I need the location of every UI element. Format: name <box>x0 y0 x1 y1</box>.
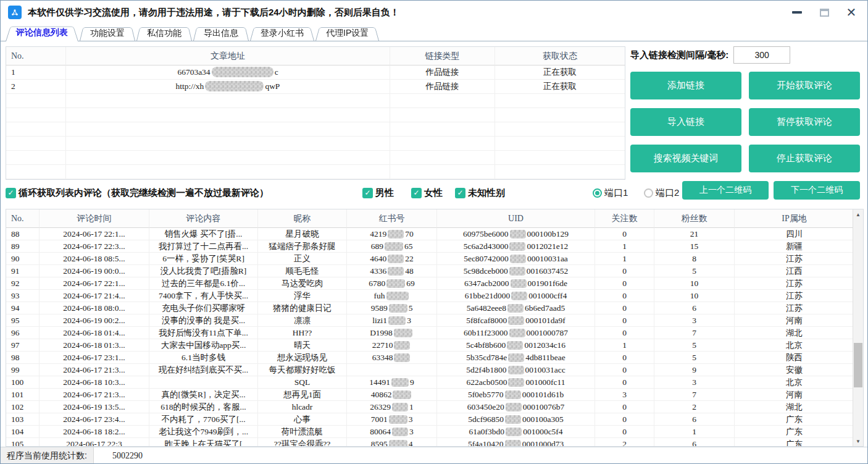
prev-qrcode-button[interactable]: 上一个二维码 <box>682 181 769 200</box>
comment-table-row[interactable]: 102 2024-06-19 13:5... 618的时候买的，客服... hl… <box>6 401 854 413</box>
gender-male-checkbox[interactable]: ✓ 男性 <box>362 183 394 202</box>
link-cell-url: 66703a34c <box>66 65 390 80</box>
cell-time: 2024-06-17 23:1... <box>40 352 149 364</box>
cell-ip: 湖北 <box>735 401 854 413</box>
link-cell-type <box>390 122 495 137</box>
cell-nick: 晴天 <box>258 339 347 352</box>
tab-comment-list[interactable]: 评论信息列表 <box>6 24 78 41</box>
censored-blur <box>509 242 525 251</box>
port1-radio[interactable]: 端口1 <box>593 183 628 202</box>
gender-unknown-checkbox[interactable]: ✓ 未知性别 <box>455 183 505 202</box>
cell-nick: 每天都耀好好吃饭 <box>258 364 347 376</box>
comment-col-content[interactable]: 评论内容 <box>149 209 258 228</box>
port1-label: 端口1 <box>604 187 628 199</box>
tab-function-settings[interactable]: 功能设置 <box>80 25 135 41</box>
comment-col-redid[interactable]: 红书号 <box>347 209 437 228</box>
loop-fetch-label: 循环获取列表内评论（获取完继续检测一遍不放过最新评论） <box>19 187 269 199</box>
link-table-row[interactable] <box>6 94 625 108</box>
comment-table-row[interactable]: 90 2024-06-18 08:5... 6一样，妥协了[笑哭R] 正义 46… <box>6 253 854 265</box>
maximize-button[interactable] <box>818 6 830 19</box>
cell-uid: 5d2f4b18000010031acc <box>437 364 595 376</box>
cell-time: 2024-06-17 22:1... <box>40 228 149 240</box>
cell-content: 6.1当时多钱 <box>149 352 258 364</box>
comment-table-row[interactable]: 98 2024-06-17 23:1... 6.1当时多钱 想永远现场见 633… <box>6 352 854 364</box>
comment-table-row[interactable]: 99 2024-06-17 21:3... 现在好纠结到底买不买... 每天都耀… <box>6 364 854 376</box>
comment-table-row[interactable]: 91 2024-06-19 00:0... 没人比我贵了吧[捂脸R] 顺毛毛怪 … <box>6 265 854 277</box>
comment-table-row[interactable]: 103 2024-06-17 23:4... 不内耗了，7706买了[... 心… <box>6 413 854 426</box>
port2-label: 端口2 <box>656 187 679 199</box>
comment-table-row[interactable]: 92 2024-06-17 22:1... 过去的三年都是6.1价... 马达爱… <box>6 277 854 290</box>
comment-col-follow[interactable]: 关注数 <box>595 209 654 228</box>
search-keyword-button[interactable]: 搜索视频关键词 <box>630 145 741 172</box>
tab-login-xiaohongshu[interactable]: 登录小红书 <box>250 25 314 41</box>
cell-uid: 5c98dceb0000016037452 <box>437 265 595 277</box>
comment-col-nick[interactable]: 昵称 <box>258 209 347 228</box>
link-table-row[interactable] <box>6 151 625 165</box>
comment-table-row[interactable]: 93 2024-06-17 21:4... 7400拿下，有人手快买... 浮华… <box>6 290 854 302</box>
link-table-row[interactable]: 1 66703a34c 作品链接 正在获取 <box>6 65 625 80</box>
censored-blur <box>508 378 524 387</box>
cell-redid: 68965 <box>347 240 437 253</box>
gender-female-checkbox[interactable]: ✓ 女性 <box>411 183 443 202</box>
comment-table-row[interactable]: 105 2024-06-17 22:3 昨天晚上在天猫买了[ ??琪宝会很乖??… <box>6 438 854 446</box>
comment-col-time[interactable]: 评论时间 <box>40 209 149 228</box>
link-table-row[interactable] <box>6 165 625 179</box>
link-col-status[interactable]: 获取状态 <box>495 47 625 65</box>
cell-fans: 6 <box>654 302 735 314</box>
pause-fetch-button[interactable]: 暂停获取评论 <box>749 108 860 136</box>
vertical-scrollbar[interactable]: ▲ ▼ <box>853 209 863 446</box>
cell-nick: HH?? <box>258 327 347 339</box>
comment-table-row[interactable]: 89 2024-06-17 22:3... 我打算过了十二点再看... 猛端痞子… <box>6 240 854 253</box>
comment-table-row[interactable]: 94 2024-06-18 08:0... 充电头子你们买哪家呀 猪猪的健康日记… <box>6 302 854 314</box>
tab-private-message[interactable]: 私信功能 <box>136 25 192 41</box>
link-col-type[interactable]: 链接类型 <box>390 47 495 65</box>
comment-table-row[interactable]: 100 2024-06-18 10:3... SQL 144919 622acb… <box>6 376 854 389</box>
cell-no: 91 <box>6 265 40 277</box>
censored-blur <box>510 230 526 238</box>
link-col-no[interactable]: No. <box>6 47 66 65</box>
import-link-button[interactable]: 导入链接 <box>630 108 741 136</box>
cell-uid: 60b11f230000001000787 <box>437 327 595 339</box>
add-link-button[interactable]: 添加链接 <box>630 72 741 99</box>
cell-nick: 想再见1面 <box>258 389 347 401</box>
start-fetch-button[interactable]: 开始获取评论 <box>749 72 860 99</box>
cell-content: 6一样，妥协了[笑哭R] <box>149 253 258 265</box>
comment-table-row[interactable]: 104 2024-06-18 18:2... 老让我这个7949刷到，... 荷… <box>6 426 854 438</box>
comment-col-fans[interactable]: 粉丝数 <box>654 209 735 228</box>
comment-col-uid[interactable]: UID <box>437 209 595 228</box>
stop-fetch-button[interactable]: 停止获取评论 <box>749 145 860 172</box>
link-table-row[interactable] <box>6 122 625 137</box>
tab-export-info[interactable]: 导出信息 <box>193 25 249 41</box>
comment-table-row[interactable]: 97 2024-06-18 01:3... 大家去中国移动app买... 晴天 … <box>6 339 854 352</box>
loop-fetch-checkbox[interactable]: ✓ 循环获取列表内评论（获取完继续检测一遍不放过最新评论） <box>6 183 269 202</box>
cell-redid <box>347 364 437 376</box>
link-table-header: No. 文章地址 链接类型 获取状态 <box>6 47 625 65</box>
cell-ip: 河南 <box>735 314 854 327</box>
link-table-row[interactable] <box>6 137 625 151</box>
scrollbar-thumb[interactable] <box>854 343 862 387</box>
tab-proxy-ip[interactable]: 代理IP设置 <box>315 25 379 41</box>
scroll-down-icon[interactable]: ▼ <box>853 436 863 446</box>
comment-table-row[interactable]: 101 2024-06-17 21:3... 真的[微笑R]，决定买... 想再… <box>6 389 854 401</box>
interval-input[interactable] <box>733 46 790 64</box>
next-qrcode-button[interactable]: 下一个二维码 <box>774 181 860 200</box>
link-cell-url <box>66 108 390 122</box>
port2-radio[interactable]: 端口2 <box>644 183 679 202</box>
comment-col-no[interactable]: No. <box>6 209 40 228</box>
close-button[interactable]: ✕ <box>845 6 858 19</box>
cell-content <box>149 376 258 389</box>
checkbox-checked-icon: ✓ <box>411 188 422 198</box>
status-counter-field[interactable]: 5002290 <box>93 447 867 464</box>
link-table-row[interactable]: 2 http://xhqwP 作品链接 正在获取 <box>6 80 625 94</box>
cell-nick: 想永远现场见 <box>258 352 347 364</box>
cell-content: 销售火爆 买不了[捂... <box>149 228 258 240</box>
cell-fans: 3 <box>654 314 735 327</box>
comment-table-row[interactable]: 88 2024-06-17 22:1... 销售火爆 买不了[捂... 星月破晓… <box>6 228 854 240</box>
comment-table-row[interactable]: 95 2024-06-19 00:2... 没事的没事的 我是买... 凛凛 l… <box>6 314 854 327</box>
scroll-up-icon[interactable]: ▲ <box>853 209 863 219</box>
minimize-button[interactable] <box>791 6 803 19</box>
comment-table-row[interactable]: 96 2024-06-18 01:4... 我好后悔没有11点下单... HH?… <box>6 327 854 339</box>
link-table-row[interactable] <box>6 108 625 122</box>
comment-col-ip[interactable]: IP属地 <box>735 209 854 228</box>
link-col-url[interactable]: 文章地址 <box>66 47 390 65</box>
